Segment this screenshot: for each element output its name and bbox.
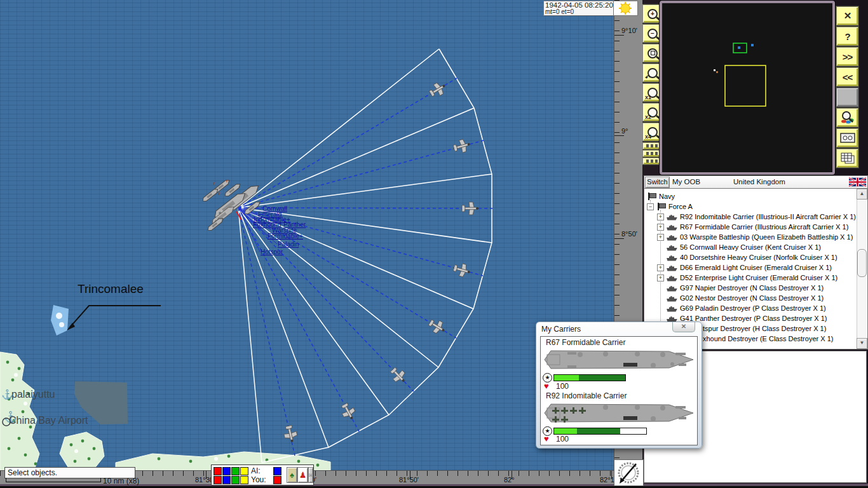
tree-row-unit[interactable]: +R92 Indomitable Carrier (Illustrious-II…	[657, 212, 856, 222]
person-icon: ♟	[299, 470, 307, 480]
expand-box[interactable]: +	[657, 264, 664, 271]
unit-label[interactable]: Paladin	[278, 241, 299, 248]
tree-row-unit[interactable]: +R67 Formidable Carrier (Illustrious Air…	[657, 222, 848, 232]
health-value: 100	[556, 435, 569, 444]
aircraft-icon	[462, 202, 478, 215]
collapse-box[interactable]: −	[647, 203, 654, 210]
expand-box[interactable]: +	[657, 234, 664, 241]
terrain-toggle-button[interactable]: ♠	[287, 467, 297, 483]
scroll-down-button[interactable]: ▼	[857, 338, 867, 349]
tree-row-unit[interactable]: 56 Cornwall Heavy Cruiser (Kent Cruiser …	[667, 242, 821, 252]
tree-row-unit[interactable]: +03 Warspite Battleship (Queen Elizabeth…	[657, 232, 853, 242]
ship-icon	[667, 254, 677, 261]
aircraft-icon	[452, 262, 471, 278]
ruler-label: 82°	[504, 476, 515, 484]
switch-button[interactable]: Switch	[645, 177, 670, 188]
message-toggle-button[interactable]: ✉	[308, 467, 313, 483]
units-toggle-button[interactable]: ♟	[297, 467, 308, 483]
ship-icon	[667, 295, 677, 302]
color-swatch	[231, 476, 240, 484]
ai-color-swatch	[273, 467, 281, 475]
unit-label[interactable]: Formidable+	[268, 233, 303, 240]
my-carriers-window[interactable]: My Carriers ✕ R67 Formidable Carrier ★ ♥…	[536, 322, 702, 449]
ship-icon	[667, 234, 677, 241]
oob-country: United Kingdom	[733, 178, 785, 186]
blank-button[interactable]	[836, 88, 858, 107]
ship-icon	[667, 214, 677, 220]
tables-button[interactable]	[836, 149, 858, 168]
airport-label: China Bay Airport	[9, 415, 88, 426]
tree-row-unit[interactable]: +D66 Emerald Light Cruiser (Emerald Crui…	[657, 262, 832, 273]
tree-row-unit[interactable]: xhound Destroyer (E Class Destroyer X 1)	[703, 334, 833, 344]
table-icon	[840, 152, 855, 165]
color-swatch	[240, 476, 248, 484]
tactical-map[interactable]: ⚓ ⚓	[0, 0, 614, 470]
uk-flag-icon	[849, 177, 866, 187]
flag-icon	[647, 193, 656, 200]
ship-icon	[667, 224, 677, 231]
compass-icon	[614, 460, 643, 485]
tree-row-unit[interactable]: +D52 Enterprise Light Cruiser (Emerald C…	[657, 273, 837, 283]
replay-button[interactable]	[836, 128, 858, 147]
find-unit-button[interactable]	[836, 108, 858, 127]
svg-text:r: r	[219, 191, 220, 196]
compass-button[interactable]	[614, 459, 644, 486]
heart-icon: ♥	[544, 382, 549, 390]
carrier-name: R92 Indomitable Carrier	[546, 391, 627, 400]
scroll-up-button[interactable]: ▲	[857, 189, 867, 200]
tree-row-unit[interactable]: tspur Destroyer (H Class Destroyer X 1)	[703, 323, 826, 334]
ship-icon	[667, 285, 677, 292]
help-button[interactable]: ?	[836, 27, 858, 46]
unit-label[interactable]: Hotspur	[261, 249, 283, 255]
strategic-minimap[interactable]	[660, 1, 835, 175]
expand-box[interactable]: +	[657, 224, 664, 231]
ruler-label: 8°50'	[621, 230, 637, 238]
help-icon: ?	[844, 31, 850, 42]
scrollbar-thumb[interactable]	[857, 249, 867, 277]
tree-row-unit[interactable]: G97 Napier Destroyer (N Class Destroyer …	[667, 283, 824, 293]
map-canvas[interactable]: ⚓ ⚓	[0, 0, 614, 470]
rewind-icon: <<	[843, 72, 853, 83]
tree-row-unit[interactable]: G69 Paladin Destroyer (P Class Destroyer…	[667, 303, 826, 313]
aircraft-group[interactable]	[282, 80, 478, 444]
flag-icon	[656, 203, 666, 210]
ship-rows-icon	[646, 159, 659, 163]
oob-header: Switch My OOB United Kingdom	[644, 175, 868, 189]
tree-row-unit[interactable]: 40 Dorsetshire Heavy Cruiser (Norfolk Cr…	[667, 252, 837, 262]
scale-label: 10 nm (x8)	[103, 477, 139, 485]
aircraft-icon	[282, 424, 298, 444]
zoom-out-icon: −	[648, 29, 658, 39]
ruler-label: 81°50'	[399, 476, 419, 484]
window-close-button[interactable]: ✕	[672, 322, 695, 332]
close-button[interactable]: ✕	[836, 6, 858, 25]
aircraft-icon	[427, 317, 448, 337]
ruler-label: 9°	[621, 127, 628, 135]
ship-icon	[667, 305, 677, 312]
minimap-viewport-rect[interactable]	[725, 65, 766, 106]
expand-box[interactable]: +	[657, 274, 664, 281]
svg-text:r: r	[214, 180, 215, 186]
color-swatch	[240, 467, 248, 475]
tree-row-unit[interactable]: G02 Nestor Destroyer (N Class Destroyer …	[667, 293, 824, 303]
previous-button[interactable]: <<	[836, 67, 858, 86]
color-swatch	[214, 467, 222, 475]
tree-row-force-a[interactable]: −Force A	[647, 201, 693, 212]
ai-label: AI:	[251, 466, 261, 475]
you-label: You:	[251, 475, 266, 484]
search-map-icon	[840, 111, 855, 125]
scale-bar	[6, 478, 101, 482]
minimap-contact-dot	[716, 71, 718, 73]
close-icon: ✕	[844, 10, 851, 22]
tree-row-navy[interactable]: Navy	[647, 191, 675, 201]
health-value: 100	[556, 382, 569, 391]
aircraft-icon	[452, 138, 471, 154]
cassette-icon	[840, 133, 855, 143]
you-color-swatch	[273, 476, 281, 484]
city-label-trincomalee: Trincomalee	[78, 282, 144, 296]
next-button[interactable]: >>	[836, 47, 858, 66]
ship-rows-icon	[646, 152, 659, 155]
ship-icon	[201, 187, 219, 203]
expand-box[interactable]: +	[657, 214, 664, 220]
aircraft-icon	[339, 402, 358, 422]
ruler-label: 9°10'	[621, 27, 637, 34]
